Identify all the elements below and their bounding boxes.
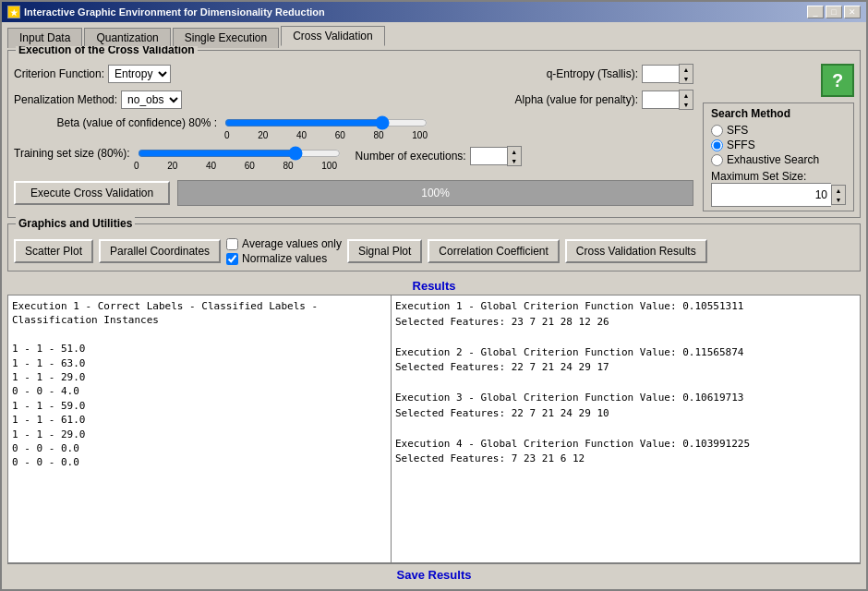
alpha-spinner: 1 ▲ ▼: [642, 90, 693, 110]
max-set-down[interactable]: ▼: [832, 195, 845, 204]
alpha-down[interactable]: ▼: [680, 100, 693, 109]
penalization-label: Penalization Method:: [14, 93, 117, 106]
results-left-panel[interactable]: Execution 1 - Correct Labels - Classifie…: [8, 296, 392, 562]
num-executions-down[interactable]: ▼: [508, 156, 521, 165]
training-slider[interactable]: [138, 146, 341, 161]
beta-scale: 0 20 40 60 80 100: [224, 130, 428, 140]
qentropy-input[interactable]: 1: [642, 65, 679, 83]
sffs-radio-row: SFFS: [711, 139, 846, 151]
progress-bar: 100%: [177, 180, 693, 206]
criterion-label: Criterion Function:: [14, 67, 104, 80]
qentropy-row: q-Entropy (Tsallis): 1 ▲ ▼: [547, 64, 693, 84]
sffs-label: SFFS: [727, 139, 755, 151]
signal-plot-button[interactable]: Signal Plot: [347, 239, 422, 263]
title-bar: ★ Interactive Graphic Environment for Di…: [2, 2, 866, 22]
criterion-row: Criterion Function: Entropy: [14, 65, 171, 83]
alpha-up[interactable]: ▲: [680, 90, 693, 100]
graphics-row: Scatter Plot Parallel Coordinates Averag…: [14, 237, 854, 265]
title-bar-buttons: _ □ ✕: [807, 6, 861, 18]
tab-input-data[interactable]: Input Data: [7, 28, 82, 48]
parallel-coordinates-button[interactable]: Parallel Coordinates: [99, 239, 221, 263]
qentropy-label: q-Entropy (Tsallis):: [547, 67, 638, 80]
search-method-panel: Search Method SFS SFFS Exhaustive Search: [703, 103, 854, 211]
results-right-panel[interactable]: Execution 1 - Global Criterion Function …: [392, 296, 860, 562]
penalization-select[interactable]: no_obs: [121, 90, 182, 109]
close-button[interactable]: ✕: [844, 6, 861, 18]
exhaustive-radio-row: Exhaustive Search: [711, 153, 846, 166]
sfs-radio[interactable]: [711, 125, 723, 137]
minimize-button[interactable]: _: [807, 6, 824, 18]
tab-cross-validation[interactable]: Cross Validation: [281, 26, 384, 46]
tab-bar: Input Data Quantization Single Execution…: [2, 22, 866, 46]
normalize-checkbox[interactable]: [226, 253, 238, 265]
execute-row: Execute Cross Validation 100%: [14, 180, 693, 206]
num-executions-label: Number of executions:: [356, 150, 466, 163]
tab-quantization[interactable]: Quantization: [84, 28, 170, 48]
sffs-radio[interactable]: [711, 139, 723, 151]
execute-cv-button[interactable]: Execute Cross Validation: [14, 181, 170, 205]
main-window: ★ Interactive Graphic Environment for Di…: [0, 0, 868, 591]
normalize-label: Normalize values: [242, 252, 327, 265]
num-executions-input[interactable]: 10: [470, 147, 507, 165]
exhaustive-label: Exhaustive Search: [727, 153, 819, 166]
save-results-link[interactable]: Save Results: [397, 568, 472, 582]
graphics-panel-title: Graphics and Utilities: [16, 217, 135, 230]
cross-validation-results-button[interactable]: Cross Validation Results: [565, 239, 707, 263]
max-set-size-input[interactable]: [711, 183, 831, 207]
help-button[interactable]: ?: [821, 64, 854, 97]
num-executions-spinner: 10 ▲ ▼: [470, 146, 522, 166]
qentropy-down[interactable]: ▼: [680, 74, 693, 83]
beta-slider[interactable]: [224, 115, 428, 130]
num-executions-row: Number of executions: 10 ▲ ▼: [356, 146, 522, 166]
training-row: Training set size (80%): 0 20 40 60 80: [14, 146, 693, 171]
average-label: Average values only: [242, 237, 342, 250]
cross-validation-panel: Execution of the Cross Validation Criter…: [7, 50, 861, 218]
alpha-input[interactable]: 1: [642, 90, 679, 109]
search-method-title: Search Method: [711, 107, 846, 120]
num-executions-up[interactable]: ▲: [508, 147, 521, 156]
maximize-button[interactable]: □: [826, 6, 842, 18]
results-section: Results Execution 1 - Correct Labels - C…: [7, 277, 861, 585]
results-title: Results: [7, 277, 861, 295]
main-content: Execution of the Cross Validation Criter…: [2, 46, 866, 589]
beta-label: Beta (value of confidence) 80% :: [14, 116, 217, 129]
correlation-coefficient-button[interactable]: Correlation Coefficient: [428, 239, 560, 263]
cv-panel-title: Execution of the Cross Validation: [16, 46, 198, 56]
scatter-plot-button[interactable]: Scatter Plot: [14, 239, 93, 263]
normalize-checkbox-row: Normalize values: [226, 252, 342, 265]
checkbox-group: Average values only Normalize values: [226, 237, 342, 265]
max-set-size-group: Maximum Set Size: ▲ ▼: [711, 170, 846, 207]
exhaustive-radio[interactable]: [711, 154, 723, 166]
max-set-size-label: Maximum Set Size:: [711, 170, 846, 183]
progress-text: 100%: [421, 187, 450, 199]
graphics-panel: Graphics and Utilities Scatter Plot Para…: [7, 223, 861, 271]
training-scale: 0 20 40 60 80 100: [134, 161, 337, 171]
average-checkbox[interactable]: [226, 238, 238, 250]
save-results-bar: Save Results: [7, 563, 861, 585]
average-checkbox-row: Average values only: [226, 237, 342, 250]
penalization-row: Penalization Method: no_obs: [14, 90, 182, 109]
qentropy-spinner: 1 ▲ ▼: [642, 64, 693, 84]
title-bar-text: ★ Interactive Graphic Environment for Di…: [7, 6, 325, 18]
app-icon: ★: [7, 6, 20, 18]
qentropy-up[interactable]: ▲: [680, 65, 693, 74]
results-container: Execution 1 - Correct Labels - Classifie…: [7, 295, 861, 563]
max-set-up[interactable]: ▲: [832, 186, 845, 195]
alpha-label: Alpha (value for penalty):: [515, 93, 638, 106]
sfs-label: SFS: [727, 124, 748, 137]
sfs-radio-row: SFS: [711, 124, 846, 137]
training-label: Training set size (80%):: [14, 147, 130, 160]
criterion-select[interactable]: Entropy: [108, 65, 171, 83]
alpha-row: Alpha (value for penalty): 1 ▲ ▼: [515, 90, 693, 110]
tab-single-execution[interactable]: Single Execution: [173, 28, 279, 48]
